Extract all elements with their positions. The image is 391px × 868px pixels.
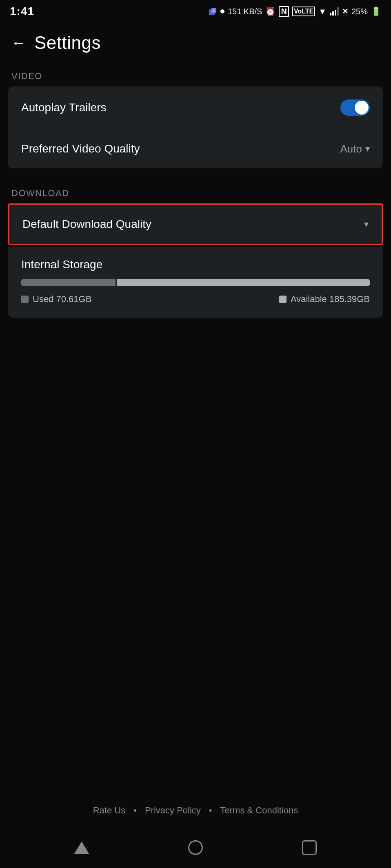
default-download-quality-row[interactable]: Default Download Quality ▾ — [9, 205, 382, 244]
video-section-label: VIDEO — [0, 61, 391, 86]
alarm-icon: ⏰ — [265, 7, 275, 16]
page-title: Settings — [34, 33, 101, 53]
storage-used-label: Used 70.61GB — [33, 294, 91, 305]
autoplay-trailers-row[interactable]: Autoplay Trailers — [8, 86, 383, 129]
internal-storage-title: Internal Storage — [21, 258, 370, 271]
home-nav-button[interactable] — [188, 840, 203, 855]
battery-icon: 🔋 — [371, 7, 381, 16]
video-settings-card: Autoplay Trailers Preferred Video Qualit… — [8, 86, 383, 168]
back-button[interactable]: ← — [11, 35, 26, 50]
wifi-icon: ▼ — [318, 7, 327, 16]
x-indicator: ✕ — [342, 7, 348, 16]
internal-storage-card: Internal Storage Used 70.61GB Available … — [8, 247, 383, 318]
recents-nav-icon — [302, 840, 317, 855]
download-quality-card[interactable]: Default Download Quality ▾ — [8, 203, 383, 245]
used-dot-icon — [21, 296, 29, 303]
footer-links: Rate Us • Privacy Policy • Terms & Condi… — [0, 792, 391, 832]
navigation-bar — [0, 832, 391, 868]
back-nav-icon — [74, 841, 89, 854]
status-time: 1:41 — [10, 5, 34, 18]
recents-nav-button[interactable] — [302, 840, 317, 855]
signal-icon — [330, 7, 339, 15]
autoplay-trailers-toggle[interactable] — [340, 99, 370, 116]
download-section-label: DOWNLOAD — [0, 178, 391, 203]
preferred-video-quality-label: Preferred Video Quality — [21, 142, 140, 155]
home-nav-icon — [188, 840, 203, 855]
teams-icon: T — [208, 7, 217, 16]
storage-available-label: Available 185.39GB — [291, 294, 370, 305]
chevron-down-icon: ▾ — [365, 144, 370, 154]
network-speed: 151 KB/S — [228, 7, 262, 16]
storage-available-legend: Available 185.39GB — [279, 294, 370, 305]
download-quality-dropdown[interactable]: ▾ — [364, 219, 369, 230]
battery-percent: 25% — [351, 7, 368, 16]
privacy-policy-link[interactable]: Privacy Policy — [145, 805, 201, 816]
footer-separator-2: • — [209, 805, 212, 816]
terms-conditions-link[interactable]: Terms & Conditions — [220, 805, 298, 816]
autoplay-trailers-label: Autoplay Trailers — [21, 101, 107, 114]
storage-bar-available — [117, 279, 370, 286]
header: ← Settings — [0, 21, 391, 61]
back-nav-button[interactable] — [74, 841, 89, 854]
storage-bar-used — [21, 279, 116, 286]
content-spacer — [0, 327, 391, 792]
volte-icon: VoLTE — [292, 7, 315, 17]
footer-separator-1: • — [133, 805, 137, 816]
default-download-quality-label: Default Download Quality — [22, 218, 151, 231]
video-quality-value: Auto — [340, 143, 362, 155]
status-dot — [220, 9, 224, 13]
status-bar: 1:41 T 151 KB/S ⏰ N VoLTE ▼ ✕ 25% 🔋 — [0, 0, 391, 21]
download-quality-chevron-icon: ▾ — [364, 219, 369, 230]
storage-used-legend: Used 70.61GB — [21, 294, 91, 305]
toggle-track — [340, 99, 370, 116]
preferred-video-quality-row[interactable]: Preferred Video Quality Auto ▾ — [8, 129, 383, 168]
status-icons: T 151 KB/S ⏰ N VoLTE ▼ ✕ 25% 🔋 — [208, 6, 381, 17]
rate-us-link[interactable]: Rate Us — [93, 805, 125, 816]
toggle-thumb — [355, 101, 369, 115]
svg-text:T: T — [212, 9, 214, 13]
nfc-icon: N — [279, 6, 289, 17]
storage-bar — [21, 279, 370, 286]
storage-legend: Used 70.61GB Available 185.39GB — [21, 294, 370, 305]
video-quality-dropdown[interactable]: Auto ▾ — [340, 143, 370, 155]
available-dot-icon — [279, 296, 287, 303]
